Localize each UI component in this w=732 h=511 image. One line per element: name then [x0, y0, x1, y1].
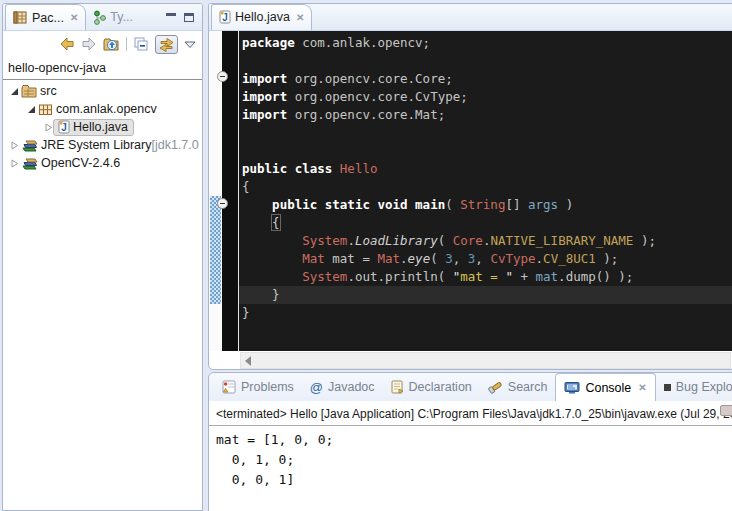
code-line: System.LoadLibrary( Core.NATIVE_LIBRARY_…: [239, 232, 732, 250]
package-explorer-view: Pac... ✕ Ty...: [2, 3, 203, 511]
code-editor[interactable]: package com.anlak.opencv;import org.open…: [239, 31, 732, 351]
java-file-icon: J: [219, 10, 231, 24]
code-line: public class Hello: [239, 160, 732, 178]
console-process-label: <terminated> Hello [Java Application] C:…: [209, 401, 732, 426]
library-icon: [21, 157, 38, 170]
library-icon: [21, 139, 38, 152]
tab-label: Console: [585, 381, 631, 395]
code-line: }: [239, 304, 732, 322]
tab-search[interactable]: Search: [480, 373, 556, 401]
tab-type-hierarchy[interactable]: Ty...: [86, 4, 140, 30]
console-toolbar-button[interactable]: [720, 405, 732, 416]
console-output[interactable]: mat = [1, 0, 0; 0, 1, 0; 0, 0, 1]: [209, 426, 732, 490]
tab-label: Hello.java: [235, 10, 290, 24]
tab-label: Declaration: [409, 380, 472, 394]
fold-collapse-icon[interactable]: [217, 198, 228, 209]
source-folder-icon: [21, 84, 37, 98]
collapsed-arrow-icon[interactable]: [43, 123, 53, 132]
bug-explorer-icon: [664, 384, 671, 391]
javadoc-icon: @: [310, 380, 323, 395]
minimize-icon[interactable]: [166, 13, 176, 22]
tree-item-src[interactable]: src: [3, 82, 202, 100]
project-root-label[interactable]: hello-opencv-java: [3, 57, 202, 77]
view-menu-icon[interactable]: [184, 40, 196, 49]
code-line: [239, 142, 732, 160]
search-icon: [488, 380, 503, 394]
declaration-icon: [391, 380, 404, 394]
tree-item-label: JRE System Library: [41, 138, 151, 152]
code-line: Mat mat = Mat.eye( 3, 3, CvType.CV_8UC1 …: [239, 250, 732, 268]
code-line: import org.opencv.core.Mat;: [239, 106, 732, 124]
tab-label: Problems: [241, 380, 294, 394]
range-indicator: [210, 196, 221, 304]
svg-text:J: J: [61, 122, 67, 133]
scroll-left-arrow-icon[interactable]: [245, 356, 251, 366]
console-icon: [564, 381, 580, 395]
forward-arrow-icon[interactable]: [81, 36, 97, 52]
tab-declaration[interactable]: Declaration: [383, 373, 480, 401]
selected-item: J Hello.java: [53, 119, 134, 136]
tree-item-opencv-library[interactable]: OpenCV-2.4.6: [3, 154, 202, 172]
maximize-icon[interactable]: [184, 13, 194, 22]
folding-ruler: [222, 31, 239, 351]
close-icon[interactable]: ✕: [70, 12, 78, 23]
go-up-icon[interactable]: [103, 36, 120, 52]
code-line: package com.anlak.opencv;: [239, 34, 732, 52]
code-line: {: [239, 214, 732, 232]
tab-javadoc[interactable]: @ Javadoc: [302, 373, 383, 401]
package-explorer-icon: [13, 10, 28, 25]
fold-collapse-icon[interactable]: [217, 71, 228, 82]
collapsed-arrow-icon[interactable]: [9, 141, 19, 150]
tab-label: Bug Explorer: [676, 380, 732, 394]
tab-package-explorer[interactable]: Pac... ✕: [5, 4, 86, 30]
type-hierarchy-icon: [93, 10, 106, 25]
tab-problems[interactable]: Problems: [214, 373, 302, 401]
bottom-tabrow: Problems @ Javadoc Declaration Search Co…: [209, 373, 732, 401]
code-line: public static void main( String[] args ): [239, 196, 732, 214]
code-line: [239, 52, 732, 70]
tree-item-hello-java[interactable]: J Hello.java: [3, 118, 202, 136]
tree-item-jre-library[interactable]: JRE System Library [jdk1.7.0: [3, 136, 202, 154]
console-view: <terminated> Hello [Java Application] C:…: [209, 401, 732, 511]
editor-body: package com.anlak.opencv;import org.open…: [209, 31, 732, 351]
code-line: System.out.println( "mat = " + mat.dump(…: [239, 268, 732, 286]
code-line: {: [239, 178, 732, 196]
tab-bug-explorer[interactable]: Bug Explorer: [656, 373, 732, 401]
toolbar-separator: [126, 37, 127, 51]
editor-area: J Hello.java ✕ package com.anlak.opencv;…: [208, 3, 732, 370]
tab-label: Search: [508, 380, 548, 394]
horizontal-scrollbar[interactable]: [240, 352, 731, 369]
link-with-editor-button[interactable]: [155, 35, 178, 54]
problems-icon: [222, 380, 236, 394]
editor-tabrow: J Hello.java ✕: [209, 4, 732, 31]
tab-console[interactable]: Console ✕: [555, 373, 655, 401]
tab-label: Ty...: [110, 10, 133, 24]
expanded-arrow-icon[interactable]: [26, 105, 36, 114]
tab-label: Pac...: [32, 11, 64, 25]
tree-item-suffix: [jdk1.7.0: [151, 138, 198, 152]
tree-item-label: Hello.java: [73, 120, 128, 134]
collapse-all-icon[interactable]: [133, 36, 149, 52]
svg-text:J: J: [222, 12, 228, 23]
tree-item-package[interactable]: com.anlak.opencv: [3, 100, 202, 118]
collapsed-arrow-icon[interactable]: [9, 159, 19, 168]
project-separator: [3, 79, 202, 80]
package-explorer-toolbar: [3, 31, 202, 57]
tab-hello-java[interactable]: J Hello.java ✕: [211, 4, 312, 30]
tree-item-label: src: [40, 84, 57, 98]
left-tabrow: Pac... ✕ Ty...: [3, 4, 202, 31]
expanded-arrow-icon[interactable]: [9, 87, 19, 96]
close-icon[interactable]: ✕: [296, 12, 304, 23]
tree-item-label: OpenCV-2.4.6: [41, 156, 120, 170]
java-file-icon: J: [58, 120, 70, 134]
code-line: import org.opencv.core.CvType;: [239, 88, 732, 106]
code-line: import org.opencv.core.Core;: [239, 70, 732, 88]
code-line: }: [239, 286, 732, 304]
back-arrow-icon[interactable]: [59, 36, 75, 52]
close-icon[interactable]: ✕: [638, 382, 646, 393]
code-line: [239, 124, 732, 142]
tree-item-label: com.anlak.opencv: [56, 102, 157, 116]
tab-label: Javadoc: [328, 380, 375, 394]
bottom-view-stack: Problems @ Javadoc Declaration Search Co…: [208, 372, 732, 511]
package-icon: [38, 103, 53, 116]
